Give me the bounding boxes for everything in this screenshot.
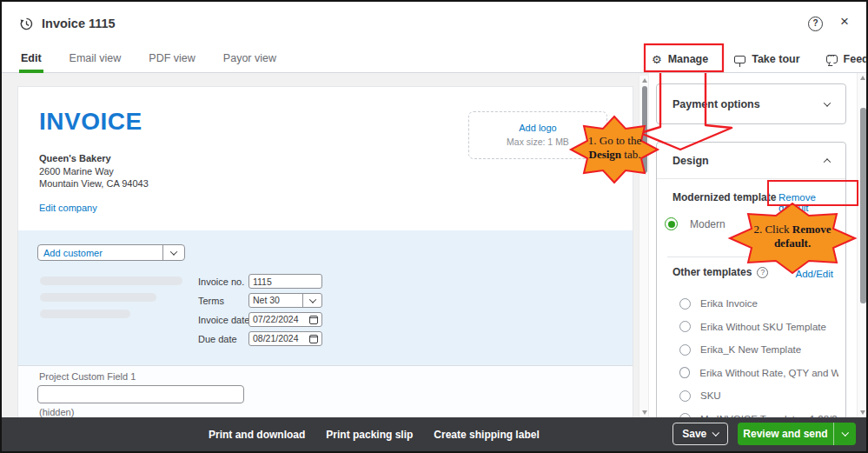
tab-payor-view[interactable]: Payor view <box>222 45 278 73</box>
help-icon[interactable]: ? <box>808 17 823 31</box>
radio-selected-icon[interactable] <box>665 217 678 230</box>
sidebar-scrollbar[interactable] <box>857 73 866 417</box>
custom-field-hidden-note: (hidden) <box>39 407 74 417</box>
due-date-field[interactable]: 08/21/2024 <box>248 331 322 346</box>
template-option[interactable]: Erika_K New Template <box>679 338 838 362</box>
custom-field-input[interactable] <box>37 385 244 403</box>
help-tooltip-icon[interactable]: ? <box>757 267 768 278</box>
review-and-send-button[interactable]: Review and send <box>738 423 856 445</box>
chevron-down-icon <box>824 99 831 106</box>
calendar-icon[interactable] <box>309 335 318 343</box>
window-header: Invoice 1115 ? × <box>2 2 866 45</box>
chevron-down-icon <box>712 430 719 436</box>
radio-icon[interactable] <box>679 321 691 332</box>
chevron-up-icon <box>824 158 831 165</box>
customer-select-value: Add customer <box>38 245 162 260</box>
template-label: Erika Invoice <box>700 298 758 309</box>
tab-email-view[interactable]: Email view <box>68 45 123 73</box>
design-header[interactable]: Design <box>657 143 845 179</box>
content-area: INVOICE Queen's Bakery 2600 Marine Way M… <box>2 73 866 417</box>
manage-label: Manage <box>668 53 709 65</box>
scroll-up-icon[interactable] <box>860 76 865 80</box>
scrollbar-thumb[interactable] <box>860 108 866 303</box>
feedback-label: Feedback <box>844 53 868 65</box>
scroll-down-icon[interactable] <box>860 410 865 415</box>
page-title: Invoice 1115 <box>42 17 116 30</box>
save-label: Save <box>682 428 706 440</box>
radio-icon[interactable] <box>679 344 691 356</box>
save-button[interactable]: Save <box>673 423 728 445</box>
payment-options-panel: Payment options <box>656 83 846 124</box>
close-icon[interactable]: × <box>840 13 849 30</box>
radio-icon[interactable] <box>679 367 690 378</box>
invoice-preview-card: INVOICE Queen's Bakery 2600 Marine Way M… <box>17 86 633 417</box>
custom-field-section: Project Custom Field 1 (hidden) <box>18 365 633 417</box>
feedback-button[interactable]: Feedback <box>826 53 868 65</box>
scroll-down-icon[interactable] <box>642 410 647 415</box>
radio-icon[interactable] <box>679 390 691 402</box>
scroll-up-icon[interactable] <box>642 78 647 83</box>
template-option[interactable]: Erika Without Rate, QTY and W... <box>679 362 838 385</box>
chevron-down-icon <box>842 430 849 436</box>
add-edit-link[interactable]: Add/Edit <box>796 269 833 279</box>
chevron-down-icon <box>308 296 315 303</box>
template-label: Erika Without Rate, QTY and W... <box>699 368 838 378</box>
take-tour-label: Take tour <box>752 53 799 65</box>
invoice-title: INVOICE <box>39 108 142 136</box>
review-and-send-label: Review and send <box>738 428 833 440</box>
design-title: Design <box>673 155 825 167</box>
template-list: Erika Invoice Erika Without SKU Template… <box>679 292 838 417</box>
scrollbar-thumb[interactable] <box>642 86 647 173</box>
remove-default-link[interactable]: Remove default <box>779 192 845 213</box>
company-address-line2: Mountain View, CA 94043 <box>39 178 149 189</box>
editor-scrollbar[interactable] <box>639 76 649 417</box>
tab-edit[interactable]: Edit <box>19 45 43 73</box>
feedback-bubble-icon <box>826 55 838 63</box>
settings-sidebar: Payment options Design Modernized templa… <box>649 73 857 417</box>
modernized-template-label: Modernized template <box>673 191 776 203</box>
template-label: Erika Without SKU Template <box>700 322 826 332</box>
invoice-fields-section: Add customer Invoice no. Terms Net 30 In… <box>18 230 633 365</box>
tab-bar: Edit Email view PDF view Payor view ⚙ Ma… <box>2 45 866 73</box>
manage-button[interactable]: ⚙ Manage <box>652 53 708 66</box>
invoice-date-label: Invoice date <box>198 315 249 325</box>
skeleton-bar <box>40 293 156 302</box>
take-tour-button[interactable]: Take tour <box>734 53 799 65</box>
add-logo-link[interactable]: Add logo <box>469 123 606 133</box>
design-panel: Design Modernized template Remove defaul… <box>656 142 846 417</box>
custom-field-label: Project Custom Field 1 <box>39 371 136 382</box>
tab-pdf-view[interactable]: PDF view <box>147 45 196 73</box>
template-option-modern[interactable]: Modern <box>665 217 726 230</box>
terms-select[interactable]: Net 30 <box>248 293 322 308</box>
edit-company-link[interactable]: Edit company <box>39 203 97 213</box>
add-logo-dropzone[interactable]: Add logo Max size: 1 MB <box>468 111 607 159</box>
create-shipping-label-button[interactable]: Create shipping label <box>434 429 539 441</box>
skeleton-bar <box>40 310 130 318</box>
due-date-label: Due date <box>198 334 237 344</box>
action-footer: Print and download Print packing slip Cr… <box>2 417 866 451</box>
payment-options-header[interactable]: Payment options <box>657 84 845 124</box>
invoice-no-label: Invoice no. <box>198 276 244 287</box>
logo-size-hint: Max size: 1 MB <box>469 137 606 147</box>
template-label: Erika_K New Template <box>700 344 801 355</box>
skeleton-bar <box>40 276 182 285</box>
history-icon[interactable] <box>19 17 34 35</box>
chevron-down-icon <box>170 248 177 255</box>
template-option[interactable]: Erika Without SKU Template <box>679 316 838 339</box>
customer-select-chevron[interactable] <box>162 245 184 260</box>
calendar-icon[interactable] <box>309 316 318 324</box>
invoice-window: Invoice 1115 ? × Edit Email view PDF vie… <box>0 0 868 453</box>
template-option[interactable]: Erika Invoice <box>679 292 838 316</box>
terms-value: Net 30 <box>249 294 302 307</box>
print-packing-slip-button[interactable]: Print packing slip <box>326 429 413 441</box>
customer-select[interactable]: Add customer <box>37 244 185 261</box>
invoice-no-input[interactable] <box>248 274 322 289</box>
template-label: SKU <box>700 390 721 401</box>
terms-chevron[interactable] <box>302 294 321 307</box>
review-and-send-dropdown[interactable] <box>833 423 856 445</box>
template-option[interactable]: SKU <box>679 384 838 408</box>
print-and-download-button[interactable]: Print and download <box>209 429 305 441</box>
template-option[interactable]: My INVOICE Template - 1.28/2 <box>679 408 838 418</box>
radio-icon[interactable] <box>679 298 691 310</box>
invoice-date-field[interactable]: 07/22/2024 <box>248 312 322 327</box>
